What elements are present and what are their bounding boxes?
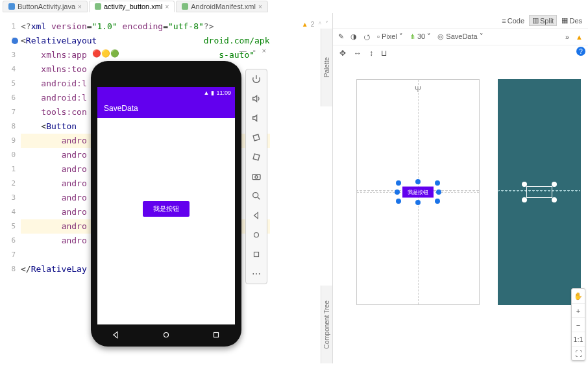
maximize-icon[interactable]: ▫ — [253, 47, 256, 55]
api-dropdown[interactable]: ⋔ 30 ˅ — [410, 32, 431, 41]
screen-content[interactable]: 我是按钮 — [97, 118, 235, 324]
xml-file-icon — [95, 3, 101, 10]
line-gutter: 123456789012345678 — [0, 19, 21, 363]
label: Des — [569, 17, 582, 25]
code-line[interactable]: <RelativeLayout droid.com/apk — [21, 34, 270, 48]
svg-rect-2 — [253, 134, 260, 141]
svg-rect-3 — [253, 154, 260, 160]
zoom-out-button[interactable]: − — [572, 317, 585, 332]
close-icon[interactable]: × — [262, 47, 266, 55]
home-icon[interactable] — [162, 330, 171, 339]
expand-horizontal-icon[interactable]: ↔ — [354, 49, 361, 58]
emulator-window: 🔴🟡🟢 ▲ ▮ 11:09 SaveData 我是按钮 — [91, 61, 267, 347]
svg-point-6 — [253, 193, 258, 198]
design-canvas-blueprint[interactable] — [498, 79, 581, 305]
design-toolbar: ✎ ◑ ⭯ ▫ Pixel ˅ ⋔ 30 ˅ ◎ SaveData ˅ » ▲ — [333, 29, 588, 45]
component-tree-strip[interactable]: Component Tree — [321, 286, 332, 363]
pan-tool-button[interactable]: ✋ — [572, 289, 585, 303]
rotate-right-button[interactable] — [251, 151, 262, 163]
orientation-icon[interactable]: ⭯ — [363, 33, 371, 41]
java-file-icon — [8, 3, 15, 10]
tab-label: ButtonActivity.java — [18, 3, 75, 10]
tab-label: AndroidManifest.xml — [191, 3, 256, 10]
xml-file-icon — [182, 3, 188, 10]
signal-icon: ▲ — [204, 90, 210, 96]
device-dropdown[interactable]: ▫ Pixel ˅ — [377, 32, 403, 41]
warning-icon: ▲ — [302, 21, 308, 28]
app-bar: SaveData — [97, 99, 235, 118]
split-icon: ▥ — [532, 16, 539, 25]
label: Split — [540, 17, 554, 25]
demo-button[interactable]: 我是按钮 — [143, 201, 190, 217]
overflow-icon[interactable]: » — [565, 33, 569, 41]
app-title: SaveData — [104, 104, 138, 113]
editor-tabs: ButtonActivity.java × activity_button.xm… — [0, 0, 588, 13]
theme-dropdown[interactable]: ◎ SaveData ˅ — [437, 32, 483, 41]
minimize-icon[interactable]: — — [239, 47, 247, 55]
view-switcher: ≡ Code ▥ Split ▦ Des — [333, 13, 588, 29]
design-zoom-toolbar: ✥ ↔ ↕ ⊔ — [333, 45, 588, 61]
zoom-100-button[interactable]: 1:1 — [572, 332, 585, 346]
gutter-marker-icon[interactable] — [12, 38, 18, 44]
emulator-toolbar: ⋯ — [245, 69, 267, 284]
volume-down-button[interactable] — [251, 112, 262, 124]
code-line[interactable]: <?xml version="1.0" encoding="utf-8"?> — [21, 19, 270, 34]
palette-strip[interactable]: Palette — [321, 29, 332, 106]
help-icon[interactable]: ? — [576, 47, 585, 56]
code-line[interactable]: xmlns:app s-auto" — [21, 48, 270, 62]
svg-point-7 — [254, 233, 259, 238]
palette-icon[interactable]: ◑ — [350, 32, 357, 41]
magnet-icon[interactable]: ⊔ — [381, 49, 387, 58]
close-icon[interactable]: × — [78, 3, 82, 10]
traffic-lights-icon: 🔴🟡🟢 — [92, 49, 119, 58]
design-icon: ▦ — [561, 16, 568, 25]
design-canvas-light[interactable]: Ψ 我是按钮 — [356, 79, 480, 305]
zoom-controls: ✋ + − 1:1 ⛶ — [571, 288, 585, 361]
android-navbar — [91, 328, 241, 341]
power-button[interactable] — [251, 73, 262, 85]
back-button[interactable] — [251, 210, 262, 221]
svg-point-5 — [255, 176, 258, 178]
design-panel: ≡ Code ▥ Split ▦ Des ✎ ◑ ⭯ ▫ Pixel ˅ ⋔ 3… — [332, 13, 588, 363]
close-icon[interactable]: × — [258, 3, 262, 10]
zoom-in-button[interactable]: + — [572, 303, 585, 317]
pan-icon[interactable]: ✥ — [339, 49, 346, 58]
split-view-button[interactable]: ▥ Split — [529, 15, 557, 26]
inspections-widget[interactable]: ▲ 2 ＾ ˅ — [302, 19, 328, 29]
selection-handles[interactable] — [398, 183, 437, 201]
code-view-button[interactable]: ≡ Code — [498, 16, 528, 26]
tab-androidmanifest-xml[interactable]: AndroidManifest.xml × — [176, 1, 268, 12]
code-editor[interactable]: 123456789012345678 <?xml version="1.0" e… — [0, 13, 332, 363]
overview-button[interactable] — [251, 249, 262, 260]
status-time: 11:09 — [216, 90, 231, 96]
svg-rect-4 — [252, 175, 260, 180]
zoom-button[interactable] — [251, 190, 262, 202]
close-icon[interactable]: × — [165, 3, 169, 10]
design-surface[interactable]: Ψ 我是按钮 — [333, 61, 588, 363]
screenshot-button[interactable] — [251, 171, 262, 182]
volume-up-button[interactable] — [251, 93, 262, 104]
warning-icon[interactable]: ▲ — [576, 33, 583, 41]
tab-activity-button-xml[interactable]: activity_button.xml × — [89, 1, 175, 12]
svg-point-0 — [164, 333, 168, 337]
expand-vertical-icon[interactable]: ↕ — [369, 49, 373, 58]
back-icon[interactable] — [112, 330, 121, 339]
palette-label: Palette — [323, 57, 330, 77]
device-screen[interactable]: ▲ ▮ 11:09 SaveData 我是按钮 — [97, 87, 235, 324]
warning-count: 2 — [311, 21, 315, 28]
zoom-fit-button[interactable]: ⛶ — [572, 346, 585, 360]
selection-handles[interactable] — [525, 185, 554, 199]
overview-icon[interactable] — [212, 330, 221, 339]
more-button[interactable]: ⋯ — [251, 268, 262, 280]
home-button[interactable] — [251, 229, 262, 241]
label: Code — [508, 17, 524, 25]
emulator-titlebar: 🔴🟡🟢 — [92, 49, 119, 58]
rotate-left-button[interactable] — [251, 132, 262, 143]
svg-rect-8 — [254, 252, 259, 257]
tab-buttonactivity-java[interactable]: ButtonActivity.java × — [3, 1, 88, 12]
tab-label: activity_button.xml — [104, 3, 162, 10]
nav-arrows[interactable]: ＾ ˅ — [317, 19, 328, 29]
eyedropper-icon[interactable]: ✎ — [338, 32, 344, 41]
battery-icon: ▮ — [211, 90, 214, 96]
design-view-button[interactable]: ▦ Des — [558, 15, 585, 26]
